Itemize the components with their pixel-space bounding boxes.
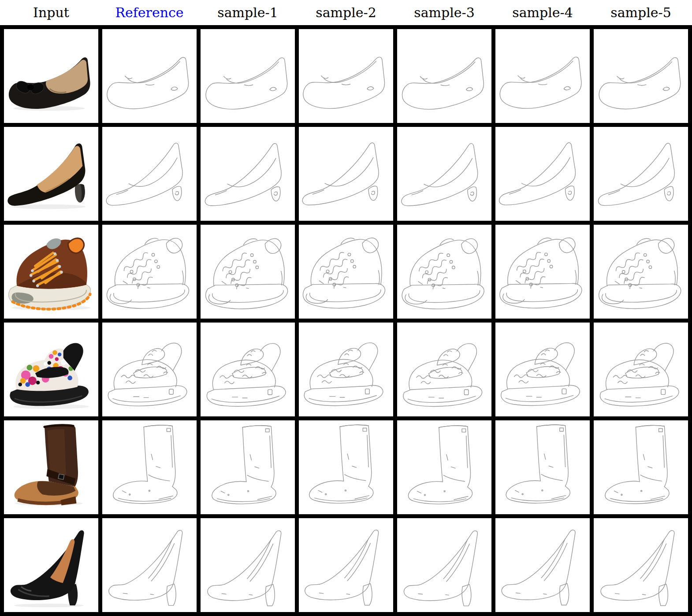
sketch-brown-harness-boot-sample-1: [201, 420, 295, 514]
column-header-sample-4: sample-4: [495, 6, 590, 19]
brown-lace-up-sneaker-sketch-image: [102, 225, 197, 319]
sketch-kitten-heel-pump-reference: [102, 127, 197, 221]
sketch-black-high-heel-pump-reference: [102, 518, 197, 612]
brown-harness-boot-sketch-image: [201, 420, 295, 514]
sketch-ballet-flat-sample-1: [201, 29, 295, 123]
image-grid: [0, 25, 692, 616]
brown-harness-boot-sketch-image: [397, 420, 491, 514]
column-header-sample-3: sample-3: [397, 6, 491, 19]
sketch-floral-mary-jane-clog-sample-3: [397, 323, 491, 416]
sketch-brown-harness-boot-sample-2: [299, 420, 393, 514]
sketch-black-high-heel-pump-sample-2: [299, 518, 393, 612]
floral-mary-jane-clog-sketch-image: [397, 323, 491, 416]
kitten-heel-pump-sketch-image: [102, 127, 197, 221]
floral-mary-jane-clog-sketch-image: [495, 323, 590, 416]
brown-harness-boot-photo-image: [4, 420, 98, 514]
sketch-brown-lace-up-sneaker-sample-2: [299, 225, 393, 319]
ballet-flat-sketch-image: [299, 29, 393, 123]
kitten-heel-pump-sketch-image: [397, 127, 491, 221]
kitten-heel-pump-sketch-image: [299, 127, 393, 221]
ballet-flat-sketch-image: [594, 29, 688, 123]
sketch-brown-harness-boot-sample-3: [397, 420, 491, 514]
black-high-heel-pump-sketch-image: [495, 518, 590, 612]
black-high-heel-pump-sketch-image: [299, 518, 393, 612]
column-header-input: Input: [4, 6, 98, 19]
brown-lace-up-sneaker-sketch-image: [594, 225, 688, 319]
photo-brown-harness-boot-input: [4, 420, 98, 514]
photo-brown-lace-up-sneaker-input: [4, 225, 98, 319]
sketch-floral-mary-jane-clog-reference: [102, 323, 197, 416]
sketch-ballet-flat-sample-4: [495, 29, 590, 123]
sketch-kitten-heel-pump-sample-5: [594, 127, 688, 221]
floral-mary-jane-clog-sketch-image: [594, 323, 688, 416]
sketch-ballet-flat-sample-5: [594, 29, 688, 123]
brown-harness-boot-sketch-image: [594, 420, 688, 514]
column-header-sample-2: sample-2: [299, 6, 393, 19]
sketch-black-high-heel-pump-sample-5: [594, 518, 688, 612]
sketch-brown-harness-boot-reference: [102, 420, 197, 514]
ballet-flat-photo-image: [4, 29, 98, 123]
ballet-flat-sketch-image: [201, 29, 295, 123]
brown-lace-up-sneaker-sketch-image: [299, 225, 393, 319]
sketch-black-high-heel-pump-sample-3: [397, 518, 491, 612]
sketch-black-high-heel-pump-sample-1: [201, 518, 295, 612]
sketch-brown-lace-up-sneaker-sample-3: [397, 225, 491, 319]
sketch-ballet-flat-sample-3: [397, 29, 491, 123]
photo-floral-mary-jane-clog-input: [4, 323, 98, 416]
brown-harness-boot-sketch-image: [102, 420, 197, 514]
results-figure: InputReferencesample-1sample-2sample-3sa…: [0, 0, 692, 616]
brown-harness-boot-sketch-image: [495, 420, 590, 514]
photo-ballet-flat-input: [4, 29, 98, 123]
sketch-floral-mary-jane-clog-sample-4: [495, 323, 590, 416]
sketch-floral-mary-jane-clog-sample-5: [594, 323, 688, 416]
sketch-brown-harness-boot-sample-4: [495, 420, 590, 514]
sketch-floral-mary-jane-clog-sample-1: [201, 323, 295, 416]
column-header-reference: Reference: [102, 6, 197, 19]
brown-lace-up-sneaker-sketch-image: [201, 225, 295, 319]
sketch-brown-harness-boot-sample-5: [594, 420, 688, 514]
brown-harness-boot-sketch-image: [299, 420, 393, 514]
ballet-flat-sketch-image: [102, 29, 197, 123]
brown-lace-up-sneaker-sketch-image: [397, 225, 491, 319]
floral-mary-jane-clog-sketch-image: [102, 323, 197, 416]
black-high-heel-pump-sketch-image: [397, 518, 491, 612]
sketch-kitten-heel-pump-sample-4: [495, 127, 590, 221]
sketch-ballet-flat-sample-2: [299, 29, 393, 123]
black-high-heel-pump-photo-image: [4, 518, 98, 612]
sketch-ballet-flat-reference: [102, 29, 197, 123]
column-header-sample-5: sample-5: [594, 6, 688, 19]
floral-mary-jane-clog-sketch-image: [299, 323, 393, 416]
kitten-heel-pump-photo-image: [4, 127, 98, 221]
black-high-heel-pump-sketch-image: [102, 518, 197, 612]
column-header-row: InputReferencesample-1sample-2sample-3sa…: [0, 0, 692, 25]
column-header-sample-1: sample-1: [201, 6, 295, 19]
brown-lace-up-sneaker-photo-image: [4, 225, 98, 319]
floral-mary-jane-clog-photo-image: [4, 323, 98, 416]
floral-mary-jane-clog-sketch-image: [201, 323, 295, 416]
sketch-kitten-heel-pump-sample-2: [299, 127, 393, 221]
sketch-kitten-heel-pump-sample-1: [201, 127, 295, 221]
black-high-heel-pump-sketch-image: [201, 518, 295, 612]
brown-lace-up-sneaker-sketch-image: [495, 225, 590, 319]
sketch-kitten-heel-pump-sample-3: [397, 127, 491, 221]
sketch-brown-lace-up-sneaker-sample-4: [495, 225, 590, 319]
photo-kitten-heel-pump-input: [4, 127, 98, 221]
kitten-heel-pump-sketch-image: [594, 127, 688, 221]
kitten-heel-pump-sketch-image: [495, 127, 590, 221]
sketch-brown-lace-up-sneaker-sample-1: [201, 225, 295, 319]
kitten-heel-pump-sketch-image: [201, 127, 295, 221]
sketch-brown-lace-up-sneaker-reference: [102, 225, 197, 319]
ballet-flat-sketch-image: [397, 29, 491, 123]
ballet-flat-sketch-image: [495, 29, 590, 123]
black-high-heel-pump-sketch-image: [594, 518, 688, 612]
sketch-black-high-heel-pump-sample-4: [495, 518, 590, 612]
sketch-floral-mary-jane-clog-sample-2: [299, 323, 393, 416]
sketch-brown-lace-up-sneaker-sample-5: [594, 225, 688, 319]
photo-black-high-heel-pump-input: [4, 518, 98, 612]
